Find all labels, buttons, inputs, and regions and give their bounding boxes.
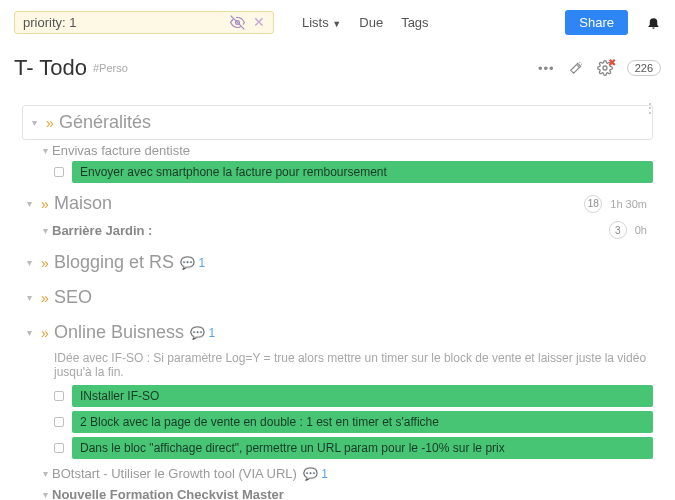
section-title: Généralités	[59, 112, 151, 133]
item-description: IDée avec IF-SO : Si paramètre Log=Y = t…	[22, 347, 653, 385]
caret-down-icon[interactable]: ▾	[22, 198, 36, 209]
time-label: 0h	[635, 224, 647, 236]
section-title: Maison	[54, 193, 112, 214]
section-online-business[interactable]: ▾ » Online Buisness 💬 1	[22, 318, 653, 347]
comment-icon[interactable]: 💬 1	[303, 467, 328, 481]
comment-icon[interactable]: 💬 1	[190, 326, 215, 340]
svg-point-1	[603, 66, 607, 70]
task-label: Envoyer avec smartphone la facture pour …	[72, 161, 653, 183]
checkbox[interactable]	[54, 417, 64, 427]
task-label: INstaller IF-SO	[72, 385, 653, 407]
task-row[interactable]: Dans le bloc "affichage direct", permett…	[54, 437, 653, 459]
item-label: Envivas facture dentiste	[52, 143, 190, 158]
visibility-off-icon[interactable]	[230, 15, 245, 30]
search-input[interactable]	[23, 15, 223, 30]
task-label: Dans le bloc "affichage direct", permett…	[72, 437, 653, 459]
page-tag[interactable]: #Perso	[93, 62, 128, 74]
item-label: BOtstart - Utiliser le Growth tool (VIA …	[52, 466, 297, 481]
chevrons-icon: »	[36, 256, 54, 270]
section-meta: 18 1h 30m	[584, 195, 653, 213]
search-actions: ✕	[230, 15, 265, 30]
list-item[interactable]: ▾ BOtstart - Utiliser le Growth tool (VI…	[22, 463, 653, 484]
time-label: 1h 30m	[610, 198, 647, 210]
caret-down-icon[interactable]: ▾	[38, 468, 52, 479]
caret-down-icon[interactable]: ▾	[27, 117, 41, 128]
item-label: Barrière Jardin :	[52, 223, 152, 238]
section-title: Blogging et RS	[54, 252, 174, 273]
list-item[interactable]: ▾ Envivas facture dentiste	[22, 140, 653, 161]
task-row[interactable]: 2 Block avec la page de vente en double …	[54, 411, 653, 433]
page-title: T- Todo	[14, 55, 87, 81]
caret-down-icon[interactable]: ▾	[22, 327, 36, 338]
chevrons-icon: »	[36, 291, 54, 305]
more-menu-icon[interactable]: •••	[538, 61, 555, 76]
section-maison[interactable]: ▾ » Maison 18 1h 30m	[22, 189, 653, 218]
chevrons-icon: »	[36, 326, 54, 340]
nav-due[interactable]: Due	[359, 15, 383, 30]
list-item[interactable]: ▾ Nouvelle Formation Checkvist Master	[22, 484, 653, 500]
item-meta: 3 0h	[609, 221, 653, 239]
search-box[interactable]: ✕	[14, 11, 274, 34]
section-title: SEO	[54, 287, 92, 308]
settings-icon[interactable]: ✖	[597, 60, 613, 76]
magic-wand-icon[interactable]	[569, 61, 583, 75]
checkbox[interactable]	[54, 167, 64, 177]
item-label: Nouvelle Formation Checkvist Master	[52, 487, 284, 500]
header-actions: ••• ✖ 226	[538, 60, 661, 76]
task-row[interactable]: INstaller IF-SO	[54, 385, 653, 407]
caret-down-icon[interactable]: ▾	[22, 257, 36, 268]
page-header: T- Todo #Perso ••• ✖ 226	[0, 45, 675, 99]
section-seo[interactable]: ▾ » SEO	[22, 283, 653, 312]
caret-down-icon[interactable]: ▾	[38, 145, 52, 156]
caret-down-icon[interactable]: ▾	[38, 489, 52, 500]
section-title: Online Buisness	[54, 322, 184, 343]
notifications-icon[interactable]	[646, 15, 661, 30]
comment-icon[interactable]: 💬 1	[180, 256, 205, 270]
checkbox[interactable]	[54, 443, 64, 453]
section-generalites[interactable]: ▾ » Généralités	[22, 105, 653, 140]
column-menu-icon[interactable]: ⋮	[643, 106, 657, 112]
count-badge: 3	[609, 221, 627, 239]
chevrons-icon: »	[41, 116, 59, 130]
section-blogging[interactable]: ▾ » Blogging et RS 💬 1	[22, 248, 653, 277]
checkbox[interactable]	[54, 391, 64, 401]
share-button[interactable]: Share	[565, 10, 628, 35]
caret-down-icon[interactable]: ▾	[22, 292, 36, 303]
content: ▾ » Généralités ▾ Envivas facture dentis…	[0, 105, 675, 500]
list-item[interactable]: ▾ Barrière Jardin : 3 0h	[22, 218, 653, 242]
task-row[interactable]: Envoyer avec smartphone la facture pour …	[54, 161, 653, 183]
nav-tags[interactable]: Tags	[401, 15, 428, 30]
task-label: 2 Block avec la page de vente en double …	[72, 411, 653, 433]
caret-down-icon[interactable]: ▾	[38, 225, 52, 236]
chevrons-icon: »	[36, 197, 54, 211]
count-badge[interactable]: 226	[627, 60, 661, 76]
top-nav: Lists ▼ Due Tags	[302, 15, 429, 30]
nav-lists[interactable]: Lists ▼	[302, 15, 341, 30]
top-bar: ✕ Lists ▼ Due Tags Share	[0, 0, 675, 45]
count-badge: 18	[584, 195, 602, 213]
caret-down-icon: ▼	[332, 19, 341, 29]
clear-search-icon[interactable]: ✕	[253, 15, 265, 30]
